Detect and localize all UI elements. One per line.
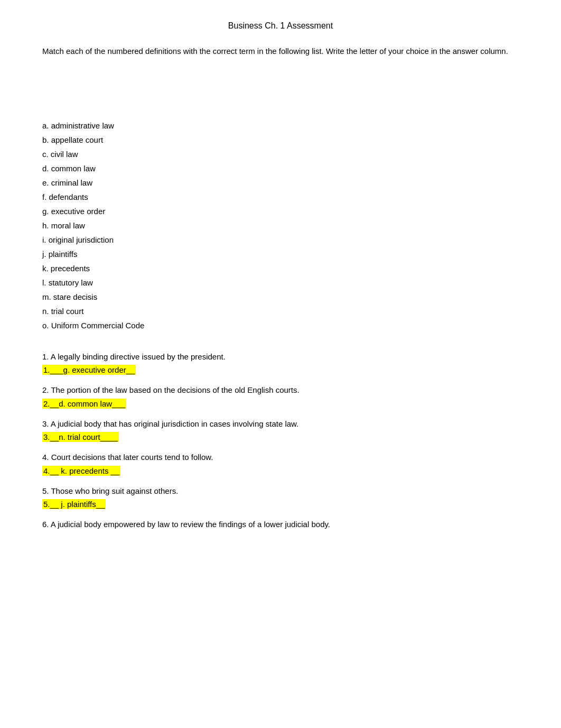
answer-item: 2.__d. common law___ (42, 399, 126, 409)
term-item: k. precedents (42, 264, 519, 273)
question-item: 4. Court decisions that later courts ten… (42, 451, 519, 464)
term-item: i. original jurisdiction (42, 235, 519, 244)
question-item: 3. A judicial body that has original jur… (42, 418, 519, 430)
term-item: e. criminal law (42, 178, 519, 187)
term-list: a. administrative lawb. appellate courtc… (42, 121, 519, 330)
term-item: a. administrative law (42, 121, 519, 130)
term-item: o. Uniform Commercial Code (42, 321, 519, 330)
term-item: j. plaintiffs (42, 250, 519, 259)
question-item: 6. A judicial body empowered by law to r… (42, 519, 519, 531)
question-item: 2. The portion of the law based on the d… (42, 384, 519, 397)
answer-item: 5.__ j. plaintiffs__ (42, 499, 106, 509)
term-item: b. appellate court (42, 135, 519, 144)
term-item: d. common law (42, 164, 519, 173)
answer-item: 4.__ k. precedents __ (42, 466, 120, 476)
term-item: n. trial court (42, 307, 519, 316)
term-item: c. civil law (42, 150, 519, 159)
term-item: h. moral law (42, 221, 519, 230)
question-item: 1. A legally binding directive issued by… (42, 351, 519, 363)
term-item: f. defendants (42, 192, 519, 201)
page-title: Business Ch. 1 Assessment (42, 21, 519, 31)
answer-item: 3.__n. trial court____ (42, 432, 119, 442)
term-item: l. statutory law (42, 278, 519, 287)
answer-item: 1.___g. executive order__ (42, 365, 136, 375)
instructions: Match each of the numbered definitions w… (42, 45, 519, 58)
question-item: 5. Those who bring suit against others. (42, 485, 519, 497)
term-item: g. executive order (42, 207, 519, 216)
questions-section: 1. A legally binding directive issued by… (42, 351, 519, 531)
term-item: m. stare decisis (42, 292, 519, 301)
